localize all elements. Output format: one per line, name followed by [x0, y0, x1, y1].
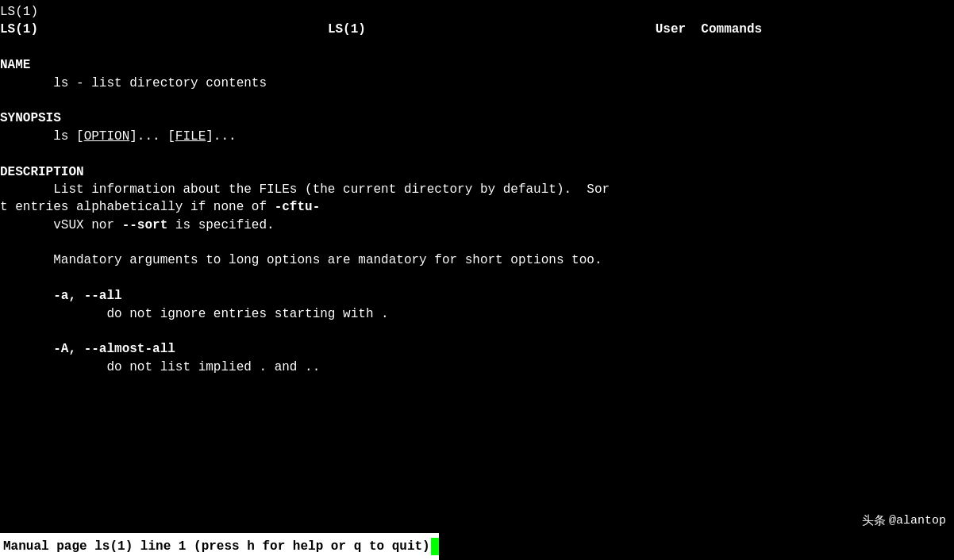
option-aa-header: -A, --almost-all: [0, 340, 954, 358]
file-underline: FILE: [175, 129, 206, 144]
man-page-pre: LS(1) LS(1) User Commands NAME ls - list…: [0, 21, 954, 376]
bold-sort: --sort: [122, 218, 168, 232]
watermark-handle: @alantop: [889, 514, 946, 527]
option-aa-description: do not list implied . and ..: [0, 359, 954, 376]
description-line1: List information about the FILEs (the cu…: [0, 181, 954, 198]
bold-aa-almost-all: -A, --almost-all: [53, 342, 175, 356]
description-line3: vSUX nor --sort is specified.: [0, 217, 954, 234]
bold-a-all: -a, --all: [53, 289, 121, 303]
description-line2: t entries alphabetically if none of -cft…: [0, 198, 954, 216]
section-description: DESCRIPTION: [0, 165, 84, 179]
section-synopsis: SYNOPSIS: [0, 111, 61, 125]
watermark-chinese: 头条: [862, 513, 886, 528]
status-bar: Manual page ls(1) line 1 (press h for he…: [0, 533, 954, 560]
header-line: LS(1): [0, 3, 954, 21]
status-bar-label: Manual page ls(1) line 1 (press h for he…: [3, 539, 430, 554]
synopsis-content: ls [OPTION]... [FILE]...: [0, 128, 954, 145]
option-a-header: -a, --all: [0, 287, 954, 305]
header-ls-left: LS(1): [0, 22, 38, 36]
option-a-description: do not ignore entries starting with .: [0, 305, 954, 323]
description-mandatory: Mandatory arguments to long options are …: [0, 251, 954, 269]
header-ls-center: LS(1): [328, 22, 366, 36]
cursor: [431, 538, 439, 555]
ls-description: ls - list directory contents: [0, 75, 954, 92]
section-name: NAME: [0, 58, 30, 72]
status-bar-text: Manual page ls(1) line 1 (press h for he…: [0, 533, 439, 560]
man-page-content: LS(1) LS(1) LS(1) User Commands NAME ls …: [0, 0, 954, 533]
watermark: 头条 @alantop: [862, 513, 946, 528]
terminal-window: LS(1) LS(1) LS(1) User Commands NAME ls …: [0, 0, 954, 560]
header-left: LS(1): [0, 5, 38, 19]
option-underline: OPTION: [84, 129, 130, 144]
bold-cftu: -cftu-: [275, 200, 321, 214]
header-user-commands: User Commands: [656, 22, 762, 36]
